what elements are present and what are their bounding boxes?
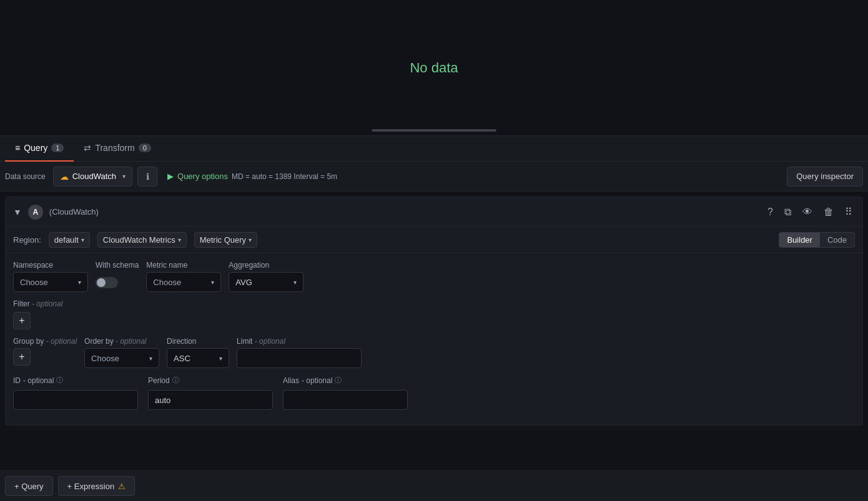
alias-field: Alias - optional ⓘ	[283, 376, 408, 410]
info-icon: ℹ	[146, 172, 149, 182]
service-select[interactable]: CloudWatch Metrics ▾	[97, 232, 187, 248]
namespace-placeholder: Choose	[20, 278, 48, 287]
group-by-label: Group by - optional	[13, 337, 77, 346]
with-schema-knob	[97, 278, 106, 287]
query-form: Namespace Choose ▾ With schema Metric na…	[6, 253, 862, 425]
datasource-bar: Data source ☁ CloudWatch ▾ ℹ ▶ Query opt…	[0, 162, 868, 192]
metric-name-placeholder: Choose	[153, 278, 181, 287]
direction-label: Direction	[167, 337, 229, 346]
transform-tab-icon: ⇄	[84, 143, 91, 153]
query-type-label: Metric Query	[200, 235, 246, 245]
chart-area: No data	[0, 0, 868, 136]
filter-add-button[interactable]: +	[13, 312, 31, 329]
toggle-visibility-button[interactable]: 👁	[800, 204, 815, 220]
no-data-label: No data	[410, 60, 458, 76]
query-inspector-button[interactable]: Query inspector	[787, 167, 863, 187]
id-input[interactable]	[13, 390, 138, 410]
query-options-button[interactable]: ▶ Query options MD = auto = 1389 Interva…	[162, 172, 342, 181]
aggregation-value: AVG	[235, 278, 252, 287]
region-value: default	[54, 235, 79, 245]
period-input[interactable]	[148, 390, 273, 410]
service-label: CloudWatch Metrics	[103, 235, 175, 245]
aggregation-select[interactable]: AVG ▾	[229, 272, 303, 292]
period-info-icon[interactable]: ⓘ	[172, 376, 179, 385]
order-by-label: Order by - optional	[84, 337, 159, 346]
direction-chevron-icon: ▾	[219, 355, 222, 362]
builder-toggle-button[interactable]: Builder	[779, 233, 819, 247]
id-label: ID - optional ⓘ	[13, 376, 138, 385]
metric-name-select[interactable]: Choose ▾	[146, 272, 221, 292]
collapse-button[interactable]: ▼	[13, 207, 22, 217]
namespace-select[interactable]: Choose ▾	[13, 272, 88, 292]
delete-button[interactable]: 🗑	[821, 204, 836, 220]
order-by-field: Order by - optional Choose ▾	[84, 337, 159, 368]
builder-code-toggle: Builder Code	[779, 232, 855, 248]
datasource-selector[interactable]: ☁ CloudWatch ▾	[53, 167, 132, 187]
query-options-label: Query options	[177, 172, 228, 181]
metric-name-label: Metric name	[146, 261, 221, 270]
filter-section: Filter - optional +	[13, 299, 855, 329]
query-datasource-label: (CloudWatch)	[49, 207, 99, 216]
namespace-row: Namespace Choose ▾ With schema Metric na…	[13, 261, 855, 292]
metric-name-chevron-icon: ▾	[211, 279, 214, 286]
direction-value: ASC	[174, 354, 190, 363]
id-period-row: ID - optional ⓘ Period ⓘ Alias - optiona…	[13, 376, 855, 410]
query-inspector-label: Query inspector	[796, 172, 854, 181]
limit-input[interactable]	[237, 348, 362, 368]
datasource-info-button[interactable]: ℹ	[137, 167, 157, 187]
region-select[interactable]: default ▾	[49, 232, 90, 248]
filter-label: Filter - optional	[13, 299, 855, 308]
service-chevron-icon: ▾	[178, 236, 181, 243]
period-label: Period ⓘ	[148, 376, 273, 385]
alias-info-icon[interactable]: ⓘ	[335, 376, 342, 385]
datasource-chevron-icon: ▾	[122, 173, 126, 180]
query-tab-icon: ≡	[15, 143, 20, 153]
add-query-button[interactable]: + Query	[5, 476, 53, 496]
group-by-add-button[interactable]: +	[13, 348, 31, 366]
id-field: ID - optional ⓘ	[13, 376, 138, 410]
code-toggle-button[interactable]: Code	[820, 233, 854, 247]
query-tab-label: Query	[24, 143, 47, 153]
tab-query[interactable]: ≡ Query 1	[5, 136, 74, 162]
tab-bar: ≡ Query 1 ⇄ Transform 0	[0, 136, 868, 162]
transform-tab-label: Transform	[95, 143, 134, 153]
add-expression-button[interactable]: + Expression ⚠	[58, 476, 136, 496]
tab-transform[interactable]: ⇄ Transform 0	[74, 136, 160, 162]
limit-field: Limit - optional	[237, 337, 362, 368]
copy-button[interactable]: ⧉	[782, 204, 794, 220]
query-options-row: Region: default ▾ CloudWatch Metrics ▾ M…	[6, 227, 862, 253]
add-expression-label: + Expression	[67, 482, 115, 491]
namespace-label: Namespace	[13, 261, 88, 270]
query-panel-header: ▼ A (CloudWatch) ? ⧉ 👁 🗑 ⠿	[6, 197, 862, 227]
warning-icon: ⚠	[118, 482, 126, 491]
aggregation-chevron-icon: ▾	[293, 279, 297, 286]
help-button[interactable]: ?	[765, 204, 776, 220]
add-query-label: + Query	[14, 482, 44, 491]
id-info-icon[interactable]: ⓘ	[56, 376, 63, 385]
query-letter: A	[28, 205, 43, 220]
query-type-chevron-icon: ▾	[249, 236, 252, 243]
group-by-row: Group by - optional + Order by - optiona…	[13, 337, 855, 368]
alias-input[interactable]	[283, 390, 408, 410]
region-label: Region:	[13, 235, 41, 245]
chart-resize-handle[interactable]	[372, 129, 496, 132]
bottom-bar: + Query + Expression ⚠	[0, 470, 868, 501]
direction-select[interactable]: ASC ▾	[167, 348, 229, 368]
aggregation-field: Aggregation AVG ▾	[229, 261, 303, 292]
drag-handle[interactable]: ⠿	[842, 203, 855, 220]
group-by-field: Group by - optional +	[13, 337, 77, 366]
with-schema-toggle[interactable]	[96, 277, 118, 288]
order-by-placeholder: Choose	[91, 354, 119, 363]
region-chevron-icon: ▾	[81, 236, 84, 243]
query-tab-badge: 1	[51, 143, 64, 152]
alias-label: Alias - optional ⓘ	[283, 376, 408, 385]
namespace-chevron-icon: ▾	[78, 279, 81, 286]
datasource-name: CloudWatch	[72, 172, 116, 181]
query-type-select[interactable]: Metric Query ▾	[194, 232, 257, 248]
cloudwatch-icon: ☁	[60, 172, 69, 182]
order-by-select[interactable]: Choose ▾	[84, 348, 159, 368]
query-options-chevron-icon: ▶	[167, 172, 174, 181]
data-source-label: Data source	[5, 172, 46, 181]
direction-field: Direction ASC ▾	[167, 337, 229, 368]
namespace-field: Namespace Choose ▾	[13, 261, 88, 292]
